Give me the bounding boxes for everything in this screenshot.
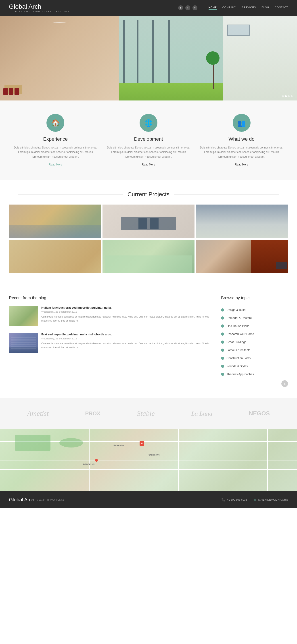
- footer-phone: 📞 +1 800 603 6035: [221, 498, 247, 502]
- footer: Global Arch © 2014 • PRIVACY POLICY 📞 +1…: [0, 491, 297, 508]
- logo-area: Global Arch CREATING SPACES FOR HUMAN EX…: [9, 3, 70, 12]
- features-section: 🏠 Experience Duis ultr icies pharetra. D…: [0, 100, 297, 180]
- topic-periods-styles[interactable]: Periods & Styles: [221, 362, 288, 370]
- topic-find-house-plans[interactable]: Find House Plans: [221, 322, 288, 330]
- topic-research-home[interactable]: Research Your Home: [221, 330, 288, 338]
- topic-theories-approaches[interactable]: Theories Approaches: [221, 370, 288, 378]
- topics-section: Browse by topic Design & Build Remodel &…: [221, 296, 288, 387]
- hero-dining: [0, 16, 119, 100]
- blog-text-1: Cum sociis natoque penatibus et magnis d…: [41, 315, 212, 323]
- vimeo-icon[interactable]: v: [192, 5, 198, 10]
- header: Global Arch CREATING SPACES FOR HUMAN EX…: [0, 0, 297, 16]
- hero-dots: [282, 95, 292, 97]
- nav-blog[interactable]: BLOG: [262, 6, 269, 10]
- project-image-2[interactable]: [102, 204, 194, 238]
- dining-chair-1: [3, 88, 8, 95]
- topic-dot-2: [221, 316, 224, 320]
- hero-dot-1[interactable]: [282, 95, 284, 97]
- feature-whatwedo: 👥 What we do Duis ultr icies pharetra. D…: [200, 114, 284, 166]
- topic-great-buildings[interactable]: Great Buildings: [221, 338, 288, 346]
- glass-frame-3: [152, 20, 154, 82]
- feature-development-link[interactable]: Read More: [142, 163, 155, 166]
- map-road-v6: [267, 429, 268, 491]
- hero-glass: [119, 16, 223, 100]
- twitter-icon[interactable]: t: [178, 5, 183, 10]
- feature-whatwedo-link[interactable]: Read More: [235, 163, 248, 166]
- nav-menu: HOME COMPANY SERVICES BLOG CONTACT: [208, 6, 288, 10]
- nav-services[interactable]: SERVICES: [242, 6, 256, 10]
- blog-content-1: Nullam faucibus; erat sed imperdiet pulv…: [41, 306, 212, 326]
- blog-thumb-2: [9, 333, 38, 353]
- footer-email: ✉ MAIL@DEMOLINK.ORG: [254, 498, 288, 502]
- topics-list: Design & Build Remodel & Restore Find Ho…: [221, 306, 288, 378]
- blog-content-2: Erat sed imperdiet pulvinar, nulla nisl …: [41, 333, 212, 353]
- projects-title: Current Projects: [123, 191, 174, 198]
- nav-contact[interactable]: CONTACT: [275, 6, 288, 10]
- facebook-icon[interactable]: f: [185, 5, 190, 10]
- feature-experience-title: Experience: [14, 136, 97, 142]
- topic-dot-3: [221, 324, 224, 328]
- tree-trunk: [213, 62, 214, 89]
- blog-thumb-1: [9, 306, 38, 326]
- map-road-v2: [89, 429, 90, 491]
- map-label-brooklyn: BROOKLYN: [83, 463, 94, 465]
- topic-famous-architects[interactable]: Famous Architects: [221, 346, 288, 354]
- blog-post-title-2[interactable]: Erat sed imperdiet pulvinar, nulla nisl …: [41, 333, 212, 336]
- blog-text-2: Cum sociis natoque penatibus et magnis d…: [41, 342, 212, 350]
- topic-dot-8: [221, 365, 224, 368]
- hero-section: [0, 16, 297, 100]
- projects-section: Current Projects: [0, 180, 297, 284]
- hero-right-inner: [223, 16, 297, 100]
- project-image-4[interactable]: [9, 240, 101, 273]
- email-icon: ✉: [254, 498, 256, 502]
- blog-post-title-1[interactable]: Nullam faucibus; erat sed imperdiet pulv…: [41, 306, 212, 309]
- topics-title: Browse by topic: [221, 296, 288, 300]
- feature-experience-link[interactable]: Read More: [49, 163, 62, 166]
- project-image-3[interactable]: [196, 204, 288, 238]
- map-park-2: [60, 438, 83, 448]
- partner-ametist[interactable]: Ametist: [27, 409, 49, 418]
- map-hospital-marker: H: [140, 441, 144, 446]
- logo-title: Global Arch: [9, 3, 70, 10]
- footer-logo: Global Arch: [9, 497, 34, 503]
- footer-right: 📞 +1 800 603 6035 ✉ MAIL@DEMOLINK.ORG: [221, 498, 288, 502]
- feature-development: 🌐 Development Duis ultr icies pharetra. …: [106, 114, 190, 166]
- development-icon: 🌐: [140, 114, 158, 132]
- partner-negos[interactable]: NEGOS: [249, 410, 270, 417]
- footer-email-address: MAIL@DEMOLINK.ORG: [258, 498, 288, 501]
- social-icons: t f v: [178, 5, 198, 10]
- hero-dot-4[interactable]: [291, 95, 292, 97]
- map-label-linden: Linden Blvd: [113, 444, 124, 446]
- map-road-v3: [134, 429, 134, 491]
- glass-frame-1: [123, 20, 125, 82]
- hero-dot-3[interactable]: [288, 95, 290, 97]
- topic-design-build[interactable]: Design & Build: [221, 306, 288, 314]
- blog-section: Recent from the blog Nullam faucibus; er…: [9, 296, 212, 387]
- map-section: BROOKLYN Linden Blvd Church Ave H: [0, 429, 297, 491]
- blog-post-1: Nullam faucibus; erat sed imperdiet pulv…: [9, 306, 212, 326]
- hero-dining-inner: [0, 16, 119, 100]
- blog-title: Recent from the blog: [9, 296, 212, 300]
- dining-chair-3: [14, 88, 19, 95]
- feature-whatwedo-text: Duis ultr icies pharetra. Donec accuan m…: [200, 145, 284, 159]
- nav-company[interactable]: COMPANY: [222, 6, 236, 10]
- project-image-5[interactable]: [102, 240, 194, 273]
- feature-experience: 🏠 Experience Duis ultr icies pharetra. D…: [14, 114, 97, 166]
- blog-topics-section: Recent from the blog Nullam faucibus; er…: [0, 284, 297, 398]
- hero-dot-2[interactable]: [285, 95, 287, 97]
- experience-icon: 🏠: [46, 114, 64, 132]
- topic-remodel-restore[interactable]: Remodel & Restore: [221, 314, 288, 322]
- scroll-top-button[interactable]: ▲: [281, 380, 288, 387]
- dining-chair-2: [9, 88, 14, 95]
- partner-prox[interactable]: PROX: [85, 410, 100, 417]
- hero-exterior: [223, 16, 297, 100]
- partner-laluna[interactable]: La Luna: [192, 410, 212, 417]
- project-image-6[interactable]: [196, 240, 288, 273]
- footer-copyright: © 2014 • PRIVACY POLICY: [36, 499, 64, 501]
- whatwedo-icon: 👥: [233, 114, 250, 132]
- project-image-1[interactable]: [9, 204, 101, 238]
- footer-phone-number: +1 800 603 6035: [227, 498, 247, 501]
- partner-stable[interactable]: Stable: [137, 409, 155, 418]
- nav-home[interactable]: HOME: [208, 6, 217, 10]
- topic-construction-facts[interactable]: Construction Facts: [221, 354, 288, 362]
